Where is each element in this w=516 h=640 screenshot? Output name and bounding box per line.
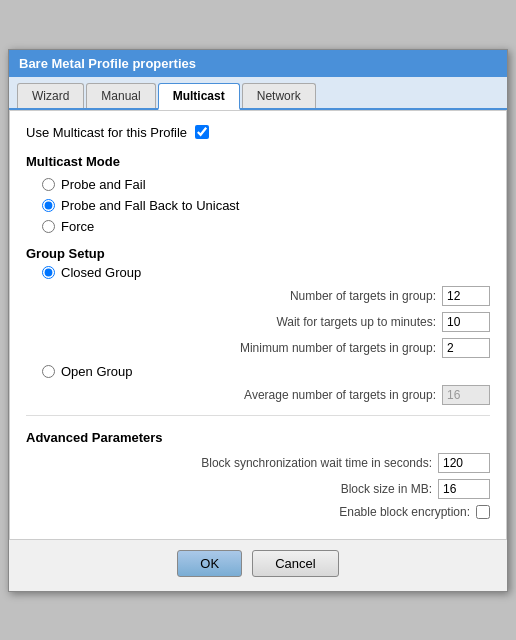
ok-button[interactable]: OK bbox=[177, 550, 242, 577]
tab-wizard[interactable]: Wizard bbox=[17, 83, 84, 108]
block-size-label: Block size in MB: bbox=[341, 482, 432, 496]
block-sync-row: Block synchronization wait time in secon… bbox=[26, 453, 490, 473]
mode-probe-fail-radio[interactable] bbox=[42, 178, 55, 191]
cancel-button[interactable]: Cancel bbox=[252, 550, 338, 577]
targets-in-group-row: Number of targets in group: bbox=[74, 286, 490, 306]
block-encrypt-label: Enable block encryption: bbox=[339, 505, 470, 519]
mode-probe-fallback-label: Probe and Fall Back to Unicast bbox=[61, 198, 239, 213]
wait-targets-label: Wait for targets up to minutes: bbox=[276, 315, 436, 329]
multicast-mode-group: Probe and Fail Probe and Fall Back to Un… bbox=[42, 177, 490, 234]
use-multicast-label: Use Multicast for this Profile bbox=[26, 125, 187, 140]
block-sync-input[interactable] bbox=[438, 453, 490, 473]
mode-force-label: Force bbox=[61, 219, 94, 234]
closed-group-label: Closed Group bbox=[61, 265, 141, 280]
block-encrypt-row: Enable block encryption: bbox=[26, 505, 490, 519]
open-group-radio[interactable] bbox=[42, 365, 55, 378]
block-encrypt-checkbox[interactable] bbox=[476, 505, 490, 519]
closed-group-row: Closed Group bbox=[42, 265, 490, 280]
block-sync-label: Block synchronization wait time in secon… bbox=[201, 456, 432, 470]
advanced-section: Advanced Parameters Block synchronizatio… bbox=[26, 430, 490, 519]
dialog: Bare Metal Profile properties Wizard Man… bbox=[8, 49, 508, 592]
wait-targets-input[interactable] bbox=[442, 312, 490, 332]
avg-targets-input bbox=[442, 385, 490, 405]
divider bbox=[26, 415, 490, 416]
open-group-row: Open Group bbox=[42, 364, 490, 379]
tab-multicast[interactable]: Multicast bbox=[158, 83, 240, 110]
targets-in-group-label: Number of targets in group: bbox=[290, 289, 436, 303]
dialog-title: Bare Metal Profile properties bbox=[9, 50, 507, 77]
use-multicast-checkbox[interactable] bbox=[195, 125, 209, 139]
min-targets-row: Minimum number of targets in group: bbox=[74, 338, 490, 358]
closed-group-section: Closed Group Number of targets in group:… bbox=[42, 265, 490, 405]
tab-content: Use Multicast for this Profile Multicast… bbox=[9, 110, 507, 540]
wait-targets-row: Wait for targets up to minutes: bbox=[74, 312, 490, 332]
multicast-mode-title: Multicast Mode bbox=[26, 154, 490, 169]
mode-probe-fallback-radio[interactable] bbox=[42, 199, 55, 212]
block-size-input[interactable] bbox=[438, 479, 490, 499]
tab-network[interactable]: Network bbox=[242, 83, 316, 108]
mode-probe-fail-label: Probe and Fail bbox=[61, 177, 146, 192]
avg-targets-row: Average number of targets in group: bbox=[74, 385, 490, 405]
block-size-row: Block size in MB: bbox=[26, 479, 490, 499]
mode-force: Force bbox=[42, 219, 490, 234]
tab-manual[interactable]: Manual bbox=[86, 83, 155, 108]
avg-targets-label: Average number of targets in group: bbox=[244, 388, 436, 402]
mode-force-radio[interactable] bbox=[42, 220, 55, 233]
mode-probe-fallback: Probe and Fall Back to Unicast bbox=[42, 198, 490, 213]
open-group-label: Open Group bbox=[61, 364, 133, 379]
dialog-footer: OK Cancel bbox=[9, 540, 507, 591]
group-setup-title: Group Setup bbox=[26, 246, 490, 261]
closed-group-radio[interactable] bbox=[42, 266, 55, 279]
use-multicast-row: Use Multicast for this Profile bbox=[26, 125, 490, 140]
targets-in-group-input[interactable] bbox=[442, 286, 490, 306]
min-targets-input[interactable] bbox=[442, 338, 490, 358]
mode-probe-fail: Probe and Fail bbox=[42, 177, 490, 192]
min-targets-label: Minimum number of targets in group: bbox=[240, 341, 436, 355]
tab-bar: Wizard Manual Multicast Network bbox=[9, 77, 507, 110]
advanced-title: Advanced Parameters bbox=[26, 430, 490, 445]
